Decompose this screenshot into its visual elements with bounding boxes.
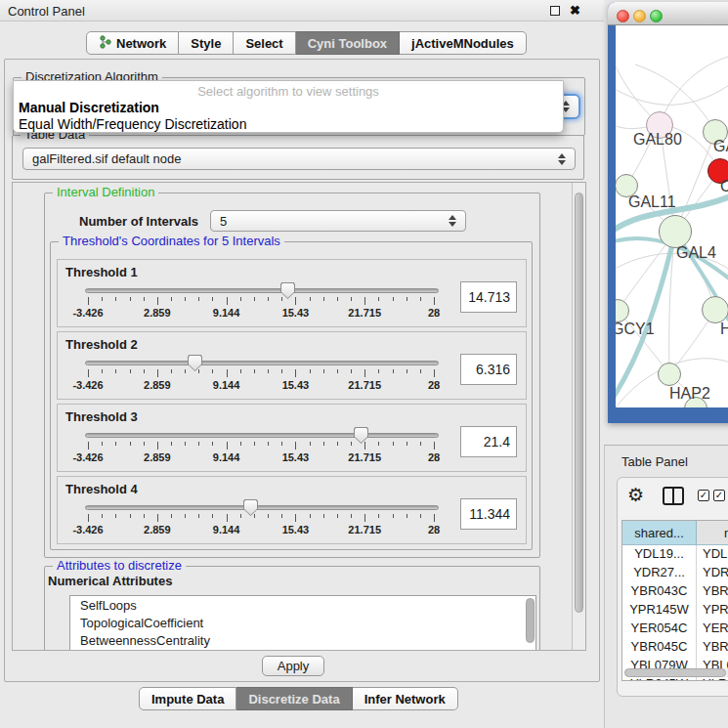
cell[interactable]: YDR2 [697,564,728,582]
tab-cyni-toolbox[interactable]: Cyni Toolbox [296,31,400,55]
tick-mark [351,297,352,301]
scale-label: 15.43 [282,379,310,391]
attribute-item[interactable]: SelfLoops [70,596,535,614]
scale-label: 9.144 [213,307,240,319]
scale-label: 2.859 [144,307,171,319]
threshold-3-slider-thumb[interactable] [354,427,368,444]
table-row[interactable]: YBR045CYBR0 [622,638,728,657]
tab-discretize-data[interactable]: Discretize Data [236,687,352,710]
cell[interactable]: YPR145W [622,601,697,620]
threshold-3-slider-track[interactable] [85,433,439,438]
threshold-2-ticks [88,369,434,378]
checkbox-icon[interactable]: ✓ [713,490,725,501]
cell[interactable]: YDL19... [622,545,697,564]
cell[interactable]: YBR045C [622,638,697,657]
threshold-4-value-field[interactable]: 11.344 [460,498,517,530]
tick-mark [240,297,241,301]
tick-mark [351,442,352,446]
threshold-4-slider-track[interactable] [85,505,439,510]
minimize-traffic-light-icon[interactable] [633,10,646,22]
tick-mark [337,514,338,518]
tab-style-label: Style [191,36,221,51]
tab-network[interactable]: Network [86,31,179,55]
node-label-gal4: GAL4 [676,244,716,262]
column-header-name[interactable]: n [697,521,728,544]
threshold-1-value-field[interactable]: 14.713 [460,281,517,313]
scrollbar-thumb[interactable] [575,193,583,613]
network-node-h[interactable] [702,296,728,323]
network-window-titlebar[interactable] [608,2,728,25]
cell[interactable]: YPR1 [697,601,728,620]
cell[interactable]: YBR0 [697,582,728,601]
algorithm-item-equal-width[interactable]: Equal Width/Frequency Discretization [19,116,246,132]
network-node-hap2[interactable] [658,363,681,386]
number-of-intervals-combobox[interactable]: 5 [210,210,466,232]
cell[interactable]: YDL1 [697,545,728,564]
network-canvas[interactable]: GAL80 GA GAL11 C GAL4 GCY1 H HAP2 [616,25,728,407]
threshold-2-slider-track[interactable] [85,361,439,365]
attribute-item[interactable]: TopologicalCoefficient [70,614,535,631]
tick-mark [88,442,89,450]
table-horizontal-scrollbar[interactable] [624,668,728,677]
scale-label: 21.715 [348,524,381,535]
threshold-2-value-field[interactable]: 6.316 [460,354,517,385]
tick-mark [130,369,131,373]
column-header-shared[interactable]: shared... [622,521,697,544]
tab-style[interactable]: Style [179,31,234,55]
scale-label: 21.715 [348,307,381,319]
cell[interactable]: YDR27... [622,564,697,582]
gear-icon[interactable]: ⚙ [627,484,644,506]
tick-mark [407,442,407,446]
close-icon[interactable]: ✖ [570,3,580,18]
tick-mark [393,369,394,373]
attributes-scrollbar[interactable] [526,598,535,643]
cell[interactable]: YBR0 [697,638,728,657]
table-data-combobox[interactable]: galFiltered.sif default node [22,148,576,170]
tab-impute-data[interactable]: Impute Data [139,687,236,710]
scrollbar-thumb[interactable] [624,668,726,677]
tick-mark [310,297,311,301]
zoom-traffic-light-icon[interactable] [650,10,663,22]
table-row[interactable]: YPR145WYPR1 [622,601,728,620]
threshold-1-ticks [88,297,434,306]
threshold-3-value-field[interactable]: 21.4 [460,426,517,457]
threshold-1-label: Threshold 1 [65,265,138,279]
network-node-gal4[interactable] [659,215,692,248]
threshold-4-slider-thumb[interactable] [243,499,258,516]
table-row[interactable]: YBR043CYBR0 [622,582,728,601]
tick-mark [157,297,158,305]
network-view-window: GAL80 GA GAL11 C GAL4 GCY1 H HAP2 [608,2,728,423]
tick-mark [130,297,131,301]
settings-vertical-scrollbar[interactable] [572,183,585,650]
tab-jactivemnodules[interactable]: jActiveMNodules [400,31,527,55]
table-data-group: Table Data galFiltered.sif default node [12,135,584,180]
tab-select[interactable]: Select [234,31,295,55]
table-row[interactable]: YER054CYER0 [622,620,728,638]
cell[interactable]: YER0 [697,620,728,638]
tab-network-label: Network [116,36,166,51]
cell[interactable]: YER054C [622,620,697,638]
tick-mark [227,514,228,522]
scale-label: 2.859 [144,451,171,463]
algorithm-item-manual[interactable]: Manual Discretization [19,100,159,115]
threshold-2-slider-thumb[interactable] [188,355,202,371]
tick-mark [378,369,379,373]
apply-button[interactable]: Apply [262,656,324,676]
tab-impute-data-label: Impute Data [151,692,224,707]
cell[interactable]: YBR043C [622,582,697,601]
algorithm-placeholder-item[interactable]: Select algorithm to view settings [14,84,563,99]
columns-icon[interactable] [663,487,684,505]
close-traffic-light-icon[interactable] [617,10,629,22]
tab-infer-network[interactable]: Infer Network [353,687,458,710]
float-icon[interactable] [550,6,560,16]
attribute-item[interactable]: BetweennessCentrality [70,631,535,649]
tick-mark [144,369,145,373]
tick-mark [240,442,241,446]
tick-mark [130,514,131,518]
table-row[interactable]: YDR27...YDR2 [622,564,728,582]
tick-mark [337,297,338,301]
table-row[interactable]: YDL19...YDL1 [622,545,728,564]
threshold-1-slider-thumb[interactable] [280,282,295,299]
threshold-1-slider-track[interactable] [85,288,439,293]
checkbox-icon[interactable]: ✓ [698,490,709,501]
